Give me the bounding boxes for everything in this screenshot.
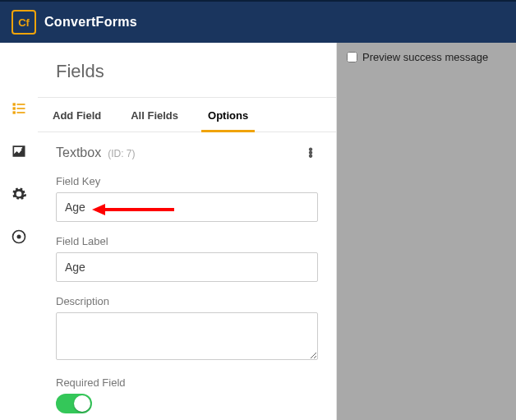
svg-rect-4 <box>13 111 16 113</box>
description-input[interactable] <box>56 312 318 360</box>
required-toggle[interactable] <box>56 394 92 413</box>
app-brand: ConvertForms <box>44 15 137 30</box>
svg-rect-2 <box>13 107 16 109</box>
tab-add-field[interactable]: Add Field <box>38 98 116 132</box>
field-key-input[interactable] <box>56 192 318 222</box>
field-label-label: Field Label <box>56 235 318 247</box>
app-header: Cf ConvertForms <box>0 0 516 43</box>
field-key-label: Field Key <box>56 175 318 187</box>
fields-panel: Fields Add Field All Fields Options Text… <box>38 43 337 420</box>
field-type-name: Textbox <box>56 145 101 160</box>
description-label: Description <box>56 295 318 307</box>
tabs: Add Field All Fields Options <box>38 97 336 132</box>
preview-success-label: Preview success message <box>362 51 488 63</box>
rail-gear-icon[interactable] <box>11 186 27 205</box>
app-logo: Cf <box>12 10 36 35</box>
field-menu-icon[interactable]: ••• <box>303 148 318 158</box>
field-label-input[interactable] <box>56 252 318 282</box>
rail-fields-icon[interactable] <box>11 100 27 120</box>
svg-rect-1 <box>17 104 25 105</box>
svg-point-7 <box>17 235 21 239</box>
tab-options[interactable]: Options <box>193 98 263 132</box>
rail-target-icon[interactable] <box>11 228 27 248</box>
field-type-id: (ID: 7) <box>108 148 135 159</box>
side-rail <box>0 43 38 420</box>
preview-success-input[interactable] <box>347 52 357 62</box>
rail-image-icon[interactable] <box>11 143 27 163</box>
preview-success-checkbox[interactable]: Preview success message <box>347 51 506 63</box>
tab-all-fields[interactable]: All Fields <box>116 98 193 132</box>
panel-title: Fields <box>38 43 336 97</box>
svg-rect-3 <box>17 108 25 109</box>
preview-pane: Preview success message <box>337 43 516 420</box>
required-label: Required Field <box>56 376 318 389</box>
svg-rect-0 <box>13 103 16 105</box>
svg-rect-5 <box>17 112 25 113</box>
